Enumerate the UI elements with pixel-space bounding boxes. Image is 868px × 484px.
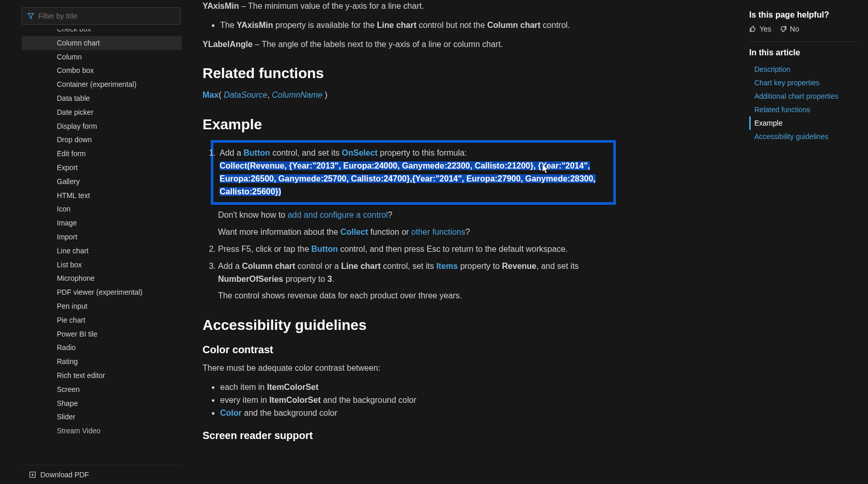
toc-list: DescriptionChart key propertiesAdditiona… xyxy=(749,63,858,143)
nav-item[interactable]: Combo box xyxy=(22,64,182,78)
collect-link[interactable]: Collect xyxy=(340,228,368,236)
nav-item[interactable]: Data table xyxy=(22,92,182,105)
cc-bullet-1: each item in ItemColorSet xyxy=(220,381,616,394)
color-contrast-heading: Color contrast xyxy=(203,344,616,356)
screen-reader-heading: Screen reader support xyxy=(203,430,616,442)
color-link[interactable]: Color xyxy=(220,409,242,417)
cc-bullet-3: Color and the background color xyxy=(220,407,616,420)
nav-item[interactable]: Slider xyxy=(22,410,182,424)
download-pdf-label: Download PDF xyxy=(40,471,89,479)
nav-item[interactable]: Image xyxy=(22,216,182,230)
nav-item[interactable]: PDF viewer (experimental) xyxy=(22,285,182,299)
yaxismin-paragraph: YAxisMin – The minimum value of the y-ax… xyxy=(203,0,616,13)
nav-item[interactable]: Column xyxy=(22,50,182,64)
highlight-box: Add a Button control, and set its OnSele… xyxy=(211,140,616,205)
nav-item[interactable]: Pie chart xyxy=(22,313,182,327)
example-step-2: Press F5, click or tap the Button contro… xyxy=(218,243,616,256)
filter-box[interactable] xyxy=(22,7,181,25)
other-functions-link[interactable]: other functions xyxy=(411,228,466,236)
nav-item[interactable]: Date picker xyxy=(22,105,182,119)
download-pdf-button[interactable]: Download PDF xyxy=(22,465,182,484)
toc-item[interactable]: Related functions xyxy=(749,103,858,116)
filter-input[interactable] xyxy=(38,12,175,20)
max-function-link[interactable]: Max( DataSource, ColumnName ) xyxy=(203,89,616,102)
nav-item[interactable]: Display form xyxy=(22,119,182,133)
nav-item[interactable]: Icon xyxy=(22,202,182,216)
main-content[interactable]: YAxisMin – The minimum value of the y-ax… xyxy=(182,0,739,484)
nav-item[interactable]: Power BI tile xyxy=(22,327,182,341)
related-functions-heading: Related functions xyxy=(203,65,616,82)
nav-item[interactable]: Drop down xyxy=(22,133,182,147)
toc-item[interactable]: Chart key properties xyxy=(749,76,858,89)
color-contrast-intro: There must be adequate color contrast be… xyxy=(203,362,616,375)
helpful-yes-button[interactable]: Yes xyxy=(749,25,771,33)
nav-item[interactable]: Export xyxy=(22,161,182,175)
example-step-3: Add a Column chart control or a Line cha… xyxy=(218,260,616,303)
nav-item[interactable]: HTML text xyxy=(22,189,182,203)
nav-item[interactable]: Import xyxy=(22,230,182,244)
nav-item[interactable]: Column chart xyxy=(22,36,182,50)
left-sidebar: Check boxColumn chartColumnCombo boxCont… xyxy=(0,0,182,484)
filter-icon xyxy=(27,12,34,20)
helpful-no-button[interactable]: No xyxy=(780,25,799,33)
thumb-up-icon xyxy=(749,25,756,33)
nav-item[interactable]: Rating xyxy=(22,355,182,369)
nav-tree[interactable]: Check boxColumn chartColumnCombo boxCont… xyxy=(22,29,182,465)
nav-item[interactable]: Gallery xyxy=(22,175,182,189)
nav-item[interactable]: Microphone xyxy=(22,271,182,285)
toc-item[interactable]: Additional chart properties xyxy=(749,89,858,103)
nav-item[interactable]: Container (experimental) xyxy=(22,78,182,92)
thumb-down-icon xyxy=(780,25,787,33)
nav-item[interactable]: Shape xyxy=(22,397,182,411)
nav-item[interactable]: Stream Video xyxy=(22,424,182,438)
nav-item[interactable]: Check box xyxy=(22,29,182,36)
nav-item[interactable]: Radio xyxy=(22,341,182,355)
toc-item[interactable]: Description xyxy=(749,63,858,76)
download-icon xyxy=(29,471,36,478)
nav-item[interactable]: Line chart xyxy=(22,244,182,258)
nav-item[interactable]: Pen input xyxy=(22,299,182,313)
add-configure-link[interactable]: add and configure a control xyxy=(288,210,388,219)
formula-code[interactable]: Collect(Revenue, {Year:"2013", Europa:24… xyxy=(220,161,596,196)
ylabelangle-paragraph: YLabelAngle – The angle of the labels ne… xyxy=(203,38,616,51)
cc-bullet-2: every item in ItemColorSet and the backg… xyxy=(220,394,616,407)
toc-title: In this article xyxy=(749,48,858,57)
nav-item[interactable]: Rich text editor xyxy=(22,369,182,383)
nav-item[interactable]: List box xyxy=(22,258,182,272)
accessibility-heading: Accessibility guidelines xyxy=(203,317,616,334)
toc-item[interactable]: Example xyxy=(749,116,858,130)
right-rail: Is this page helpful? Yes No In this art… xyxy=(739,0,868,484)
nav-item[interactable]: Screen xyxy=(22,383,182,397)
example-step-1: Add a Button control, and set its OnSele… xyxy=(218,140,616,239)
toc-item[interactable]: Accessibility guidelines xyxy=(749,130,858,143)
helpful-title: Is this page helpful? xyxy=(749,10,858,20)
yaxismin-note: The YAxisMin property is available for t… xyxy=(220,19,616,32)
nav-item[interactable]: Edit form xyxy=(22,147,182,161)
example-heading: Example xyxy=(203,116,616,133)
